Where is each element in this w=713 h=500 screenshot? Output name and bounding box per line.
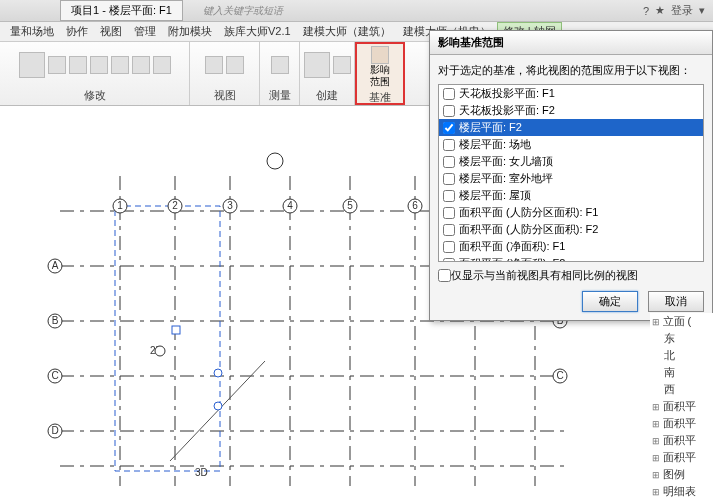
svg-text:5: 5 — [347, 200, 353, 211]
ribbon-group-label: 创建 — [316, 86, 338, 105]
ribbon-tool-icon[interactable] — [153, 56, 171, 74]
tree-item[interactable]: 北 — [650, 347, 713, 364]
ribbon-tool-icon[interactable] — [19, 52, 45, 78]
check-row[interactable]: 面积平面 (净面积): F1 — [439, 238, 703, 255]
ribbon-sub-label: 范围 — [370, 76, 390, 88]
checkbox[interactable] — [443, 173, 455, 185]
svg-text:C: C — [556, 370, 563, 381]
menu-item-view[interactable]: 视图 — [94, 22, 128, 41]
checkbox[interactable] — [443, 122, 455, 134]
view-check-list[interactable]: 天花板投影平面: F1 天花板投影平面: F2 楼层平面: F2 楼层平面: 场… — [438, 84, 704, 262]
svg-point-17 — [267, 153, 283, 169]
search-hint[interactable]: 键入关键字或短语 — [203, 4, 283, 18]
ribbon-tool-icon[interactable] — [48, 56, 66, 74]
dialog-message: 对于选定的基准，将此视图的范围应用于以下视图： — [438, 63, 704, 78]
tree-item[interactable]: 面积平 — [650, 415, 713, 432]
svg-point-49 — [155, 346, 165, 356]
checkbox[interactable] — [443, 190, 455, 202]
login-link[interactable]: 登录 — [671, 3, 693, 18]
project-browser[interactable]: 立面 ( 东 北 南 西 面积平 面积平 面积平 面积平 图例 明细表 图纸 ( — [650, 313, 713, 500]
svg-text:A: A — [52, 260, 59, 271]
check-row[interactable]: 楼层平面: 女儿墙顶 — [439, 153, 703, 170]
cancel-button[interactable]: 取消 — [648, 291, 704, 312]
ribbon-group-label: 测量 — [269, 86, 291, 105]
svg-text:C: C — [51, 370, 58, 381]
dialog-title: 影响基准范围 — [430, 31, 712, 55]
tree-item[interactable]: 面积平 — [650, 449, 713, 466]
checkbox[interactable] — [443, 207, 455, 219]
option-same-scale[interactable]: 仅显示与当前视图具有相同比例的视图 — [438, 268, 704, 283]
ribbon-tool-icon[interactable] — [226, 56, 244, 74]
menu-item-addins[interactable]: 附加模块 — [162, 22, 218, 41]
svg-text:2: 2 — [172, 200, 178, 211]
ribbon-group-label: 基准 — [369, 88, 391, 107]
check-row[interactable]: 面积平面 (人防分区面积): F1 — [439, 204, 703, 221]
check-row[interactable]: 楼层平面: 屋顶 — [439, 187, 703, 204]
tree-item[interactable]: 东 — [650, 330, 713, 347]
ribbon-group-view: 视图 — [190, 42, 260, 105]
svg-point-48 — [214, 369, 222, 377]
menu-item-site[interactable]: 量和场地 — [4, 22, 60, 41]
checkbox[interactable] — [443, 105, 455, 117]
check-row[interactable]: 天花板投影平面: F2 — [439, 102, 703, 119]
checkbox-same-scale[interactable] — [438, 269, 451, 282]
tree-item[interactable]: 面积平 — [650, 398, 713, 415]
tree-item[interactable]: 图例 — [650, 466, 713, 483]
ribbon-tool-icon[interactable] — [304, 52, 330, 78]
svg-text:6: 6 — [412, 200, 418, 211]
star-icon[interactable]: ★ — [655, 4, 665, 17]
checkbox[interactable] — [443, 258, 455, 263]
document-tab[interactable]: 项目1 - 楼层平面: F1 — [60, 0, 183, 21]
tree-item[interactable]: 明细表 — [650, 483, 713, 500]
tree-item[interactable]: 西 — [650, 381, 713, 398]
ribbon-tool-icon[interactable] — [90, 56, 108, 74]
tree-item[interactable]: 南 — [650, 364, 713, 381]
check-row[interactable]: 楼层平面: F2 — [439, 119, 703, 136]
option-label: 仅显示与当前视图具有相同比例的视图 — [451, 268, 638, 283]
checkbox[interactable] — [443, 224, 455, 236]
svg-text:4: 4 — [287, 200, 293, 211]
checkbox[interactable] — [443, 241, 455, 253]
check-row[interactable]: 楼层平面: 场地 — [439, 136, 703, 153]
ribbon-tool-icon[interactable] — [205, 56, 223, 74]
ribbon-tool-icon[interactable] — [69, 56, 87, 74]
annotation-3d: 3D — [195, 467, 208, 478]
ribbon-group-modify: 修改 — [0, 42, 190, 105]
scope-dialog: 影响基准范围 对于选定的基准，将此视图的范围应用于以下视图： 天花板投影平面: … — [429, 30, 713, 321]
ribbon-group-measure: 测量 — [260, 42, 300, 105]
check-row[interactable]: 面积平面 (人防分区面积): F2 — [439, 221, 703, 238]
checkbox[interactable] — [443, 139, 455, 151]
ribbon-sub-label: 影响 — [370, 64, 390, 76]
tree-item[interactable]: 面积平 — [650, 432, 713, 449]
ribbon-tool-icon[interactable] — [111, 56, 129, 74]
ribbon-tool-icon[interactable] — [271, 56, 289, 74]
menu-item-build[interactable]: 建模大师（建筑） — [297, 22, 397, 41]
ok-button[interactable]: 确定 — [582, 291, 638, 312]
ribbon-group-create: 创建 — [300, 42, 355, 105]
svg-text:1: 1 — [117, 200, 123, 211]
dropdown-icon[interactable]: ▾ — [699, 4, 705, 17]
titlebar: 项目1 - 楼层平面: F1 键入关键字或短语 ? ★ 登录 ▾ — [0, 0, 713, 22]
scope-icon[interactable] — [371, 46, 389, 64]
checkbox[interactable] — [443, 88, 455, 100]
svg-text:D: D — [51, 425, 58, 436]
ribbon-group-datum[interactable]: 影响 范围 基准 — [355, 42, 405, 105]
check-row[interactable]: 楼层平面: 室外地坪 — [439, 170, 703, 187]
menu-item-famlib[interactable]: 族库大师V2.1 — [218, 22, 297, 41]
checkbox[interactable] — [443, 156, 455, 168]
menu-item-collab[interactable]: 协作 — [60, 22, 94, 41]
svg-rect-46 — [172, 326, 180, 334]
help-icon[interactable]: ? — [643, 5, 649, 17]
svg-point-47 — [214, 402, 222, 410]
menu-item-manage[interactable]: 管理 — [128, 22, 162, 41]
ribbon-group-label: 修改 — [84, 86, 106, 105]
ribbon-tool-icon[interactable] — [333, 56, 351, 74]
check-row[interactable]: 天花板投影平面: F1 — [439, 85, 703, 102]
tree-item[interactable]: 立面 ( — [650, 313, 713, 330]
ribbon-tool-icon[interactable] — [132, 56, 150, 74]
ribbon-group-label: 视图 — [214, 86, 236, 105]
check-row[interactable]: 面积平面 (净面积): F2 — [439, 255, 703, 262]
svg-text:B: B — [52, 315, 59, 326]
svg-text:3: 3 — [227, 200, 233, 211]
